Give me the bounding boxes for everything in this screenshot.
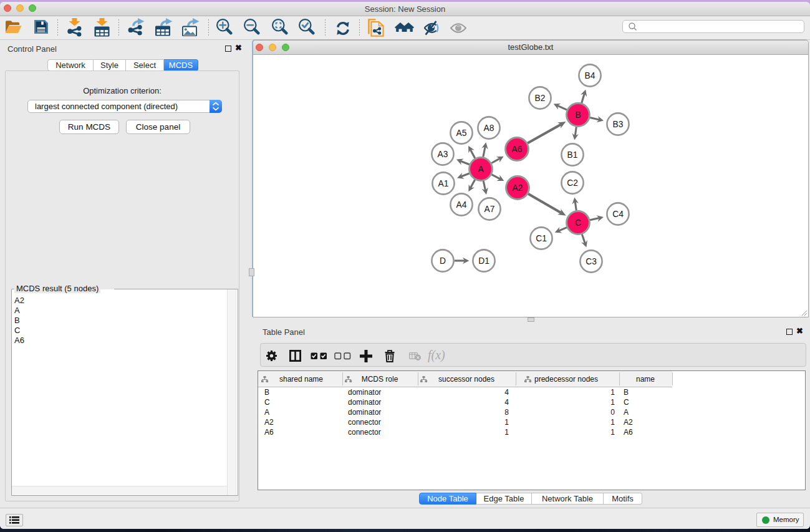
svg-text:A3: A3 bbox=[438, 150, 448, 159]
svg-text:A6: A6 bbox=[512, 145, 523, 154]
svg-text:B3: B3 bbox=[613, 120, 624, 129]
svg-text:A4: A4 bbox=[456, 200, 467, 210]
svg-text:B4: B4 bbox=[585, 71, 595, 80]
svg-text:C: C bbox=[575, 218, 581, 228]
svg-text:C3: C3 bbox=[586, 257, 597, 266]
svg-text:C4: C4 bbox=[612, 210, 624, 219]
svg-text:A1: A1 bbox=[438, 179, 449, 188]
svg-text:D: D bbox=[440, 256, 446, 266]
svg-text:A: A bbox=[478, 165, 484, 174]
svg-text:A5: A5 bbox=[456, 128, 467, 138]
svg-text:A2: A2 bbox=[513, 183, 523, 193]
svg-text:A7: A7 bbox=[485, 205, 495, 214]
svg-text:D1: D1 bbox=[478, 256, 489, 266]
svg-text:C1: C1 bbox=[536, 234, 547, 243]
svg-text:B2: B2 bbox=[535, 94, 546, 103]
svg-text:f(x): f(x) bbox=[428, 349, 445, 362]
svg-text:B: B bbox=[575, 110, 581, 120]
svg-text:B1: B1 bbox=[567, 150, 578, 160]
svg-text:A8: A8 bbox=[484, 123, 494, 133]
svg-text:C2: C2 bbox=[567, 178, 578, 188]
